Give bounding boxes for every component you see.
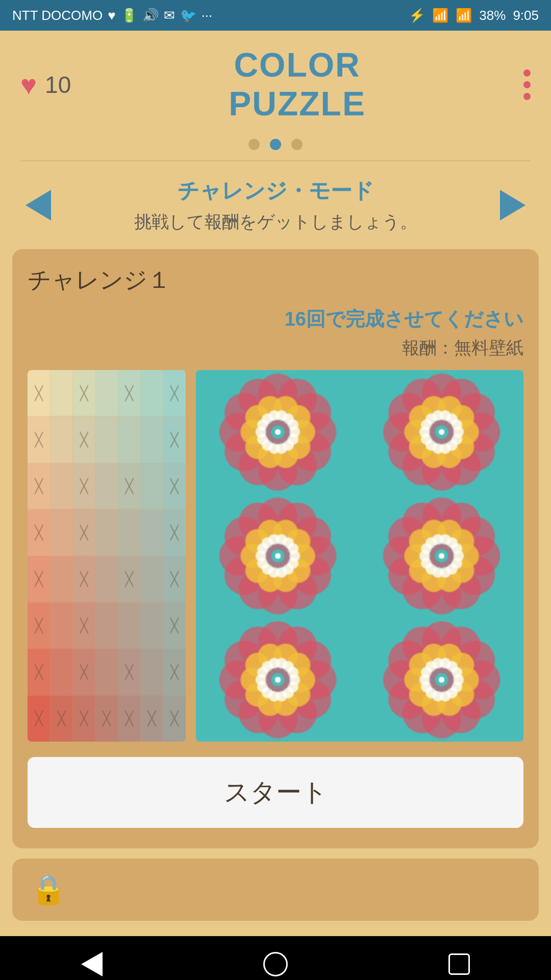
title-line2: PUZZLE [229,85,366,124]
challenge-card: チャレンジ１ 16回で完成させてください 報酬：無料壁紙 スタート [12,249,539,848]
home-circle-icon [263,952,288,976]
app-container: ♥ 10 COLOR PUZZLE チャレンジ・モード 挑戦して報酬をゲットしま… [0,31,551,936]
page-dot-2[interactable] [270,139,281,150]
mode-title: チャレンジ・モード [134,177,417,205]
images-row [28,370,523,742]
menu-button[interactable] [523,69,531,100]
challenge-label: チャレンジ１ [28,264,523,296]
battery-text: 38% [479,8,506,23]
home-button[interactable] [258,946,293,980]
challenge-reward-text: 報酬：無料壁紙 [28,336,523,360]
lock-icon: 🔒 [31,873,66,906]
prev-arrow-icon [26,190,51,220]
next-arrow-icon [500,190,525,220]
menu-dot-3 [523,93,531,100]
menu-dot-1 [523,69,531,77]
mode-info: チャレンジ・モード 挑戦して報酬をゲットしましょう。 [134,177,417,234]
lock-card: 🔒 [12,859,539,921]
challenge-moves-text: 16回で完成させてください [28,306,523,332]
back-arrow-icon [81,952,103,976]
back-button[interactable] [74,946,110,980]
target-image[interactable] [196,370,523,742]
bluetooth-icon: ⚡ [409,8,425,23]
menu-dot-2 [523,81,531,88]
wifi-icon: 📶 [432,8,448,23]
mail-icon: ✉ [164,8,175,23]
page-dot-1[interactable] [248,139,260,150]
heart-area: ♥ 10 [20,71,71,99]
signal-icon: 📶 [456,8,472,23]
mode-description: 挑戦して報酬をゲットしましょう。 [134,210,417,234]
volume-icon: 🔊 [142,8,159,23]
status-left: NTT DOCOMO ♥ 🔋 🔊 ✉ 🐦 ··· [12,8,212,23]
challenge-info: 16回で完成させてください 報酬：無料壁紙 [28,306,523,360]
app-title: COLOR PUZZLE [229,46,366,124]
app-header: ♥ 10 COLOR PUZZLE [0,31,551,134]
health-icon: ♥ [108,8,115,23]
prev-mode-button[interactable] [20,187,56,223]
android-nav-bar [0,936,551,980]
recents-button[interactable] [441,946,477,980]
puzzle-grid-image[interactable] [28,370,186,742]
page-dot-3[interactable] [291,139,303,150]
title-line1: COLOR [229,46,366,85]
recents-square-icon [448,953,470,975]
heart-count: 10 [45,71,71,99]
status-bar: NTT DOCOMO ♥ 🔋 🔊 ✉ 🐦 ··· ⚡ 📶 📶 38% 9:05 [0,0,551,31]
start-button[interactable]: スタート [28,757,523,828]
next-mode-button[interactable] [495,187,531,223]
heart-icon: ♥ [20,71,37,99]
page-indicators [0,134,551,160]
mode-selector: チャレンジ・モード 挑戦して報酬をゲットしましょう。 [0,161,551,249]
charge-icon: 🔋 [121,8,137,23]
carrier-text: NTT DOCOMO [12,8,103,23]
more-icon: ··· [202,8,213,23]
header-divider [20,160,531,161]
time-text: 9:05 [513,8,539,23]
twitter-icon: 🐦 [180,8,196,23]
status-right: ⚡ 📶 📶 38% 9:05 [409,8,539,23]
